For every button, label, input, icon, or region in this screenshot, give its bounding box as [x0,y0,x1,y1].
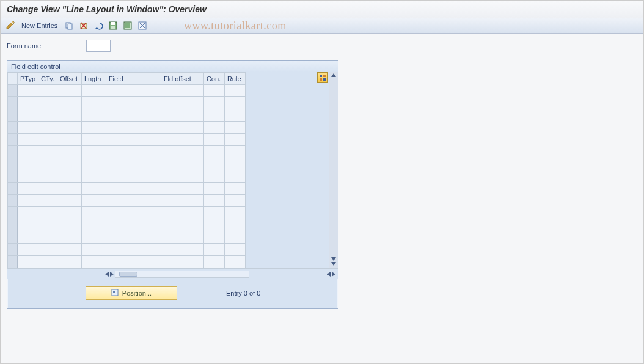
grid-cell[interactable] [203,146,224,158]
grid-cell[interactable] [57,170,81,183]
grid-cell[interactable] [18,122,38,134]
scroll-right-icon[interactable] [110,272,114,277]
row-selector[interactable] [8,158,18,170]
copy-icon[interactable] [64,20,75,31]
edit-icon[interactable] [5,20,15,31]
grid-cell[interactable] [38,158,57,170]
hscroll-track[interactable] [115,271,249,278]
new-entries-button[interactable]: New Entries [19,21,60,31]
save-icon[interactable] [108,20,119,31]
grid-cell[interactable] [18,195,38,207]
grid-cell[interactable] [18,158,38,170]
col-offset[interactable]: Offset [57,73,81,85]
grid-cell[interactable] [18,231,38,244]
form-name-input[interactable] [86,40,111,52]
row-selector[interactable] [8,85,18,97]
row-selector[interactable] [8,183,18,195]
grid-cell[interactable] [18,97,38,109]
select-all-icon[interactable] [122,20,133,31]
grid-cell[interactable] [224,207,245,219]
position-button[interactable]: Position... [86,286,177,300]
grid-cell[interactable] [106,85,161,97]
col-rule[interactable]: Rule [224,73,245,85]
grid-cell[interactable] [57,146,81,158]
grid-cell[interactable] [38,134,57,146]
grid-cell[interactable] [203,122,224,134]
grid-cell[interactable] [224,219,245,231]
grid-cell[interactable] [161,207,203,219]
scroll-page-down-icon[interactable] [331,262,336,266]
grid-cell[interactable] [224,122,245,134]
grid-cell[interactable] [106,146,161,158]
grid-cell[interactable] [224,146,245,158]
grid-cell[interactable] [203,158,224,170]
grid-cell[interactable] [57,207,81,219]
grid-cell[interactable] [18,256,38,268]
grid-cell[interactable] [161,122,203,134]
grid-cell[interactable] [203,244,224,256]
grid-cell[interactable] [203,207,224,219]
grid-cell[interactable] [18,244,38,256]
grid-cell[interactable] [203,109,224,122]
grid-cell[interactable] [106,244,161,256]
col-cty[interactable]: CTy. [38,73,57,85]
row-selector[interactable] [8,256,18,268]
grid-cell[interactable] [224,183,245,195]
grid-cell[interactable] [106,109,161,122]
grid-cell[interactable] [203,183,224,195]
grid-cell[interactable] [203,134,224,146]
panel-scroll-left-icon[interactable] [327,272,331,277]
grid-cell[interactable] [161,219,203,231]
grid-cell[interactable] [38,109,57,122]
grid-cell[interactable] [38,231,57,244]
grid-cell[interactable] [81,122,106,134]
grid-cell[interactable] [81,97,106,109]
grid-cell[interactable] [38,146,57,158]
grid-cell[interactable] [161,244,203,256]
grid-cell[interactable] [18,146,38,158]
grid-cell[interactable] [224,244,245,256]
row-selector[interactable] [8,195,18,207]
select-all-header[interactable] [8,73,18,85]
row-selector[interactable] [8,231,18,244]
grid-cell[interactable] [203,97,224,109]
grid-cell[interactable] [18,207,38,219]
grid-cell[interactable] [106,207,161,219]
grid-cell[interactable] [18,134,38,146]
panel-scroll-right-icon[interactable] [332,272,335,277]
col-lngth[interactable]: Lngth [81,73,106,85]
grid-cell[interactable] [106,97,161,109]
grid-cell[interactable] [57,97,81,109]
grid-cell[interactable] [224,85,245,97]
scroll-down-icon[interactable] [331,257,336,261]
grid-cell[interactable] [224,97,245,109]
grid-cell[interactable] [81,207,106,219]
grid-cell[interactable] [38,244,57,256]
grid-cell[interactable] [203,170,224,183]
grid-cell[interactable] [106,183,161,195]
deselect-all-icon[interactable] [137,20,148,31]
grid-cell[interactable] [57,219,81,231]
grid-cell[interactable] [81,134,106,146]
row-selector[interactable] [8,244,18,256]
scroll-left-icon[interactable] [105,272,109,277]
grid-cell[interactable] [81,195,106,207]
grid-cell[interactable] [161,170,203,183]
grid-cell[interactable] [106,219,161,231]
grid-cell[interactable] [161,97,203,109]
row-selector[interactable] [8,109,18,122]
grid-cell[interactable] [38,256,57,268]
grid-cell[interactable] [161,256,203,268]
table-settings-icon[interactable] [317,72,328,83]
grid-cell[interactable] [203,85,224,97]
grid-cell[interactable] [224,170,245,183]
grid-cell[interactable] [38,85,57,97]
grid-cell[interactable] [106,122,161,134]
grid-cell[interactable] [106,158,161,170]
grid-cell[interactable] [57,256,81,268]
col-field[interactable]: Field [106,73,161,85]
grid-cell[interactable] [57,134,81,146]
grid-cell[interactable] [161,158,203,170]
grid-cell[interactable] [81,85,106,97]
grid-cell[interactable] [57,122,81,134]
